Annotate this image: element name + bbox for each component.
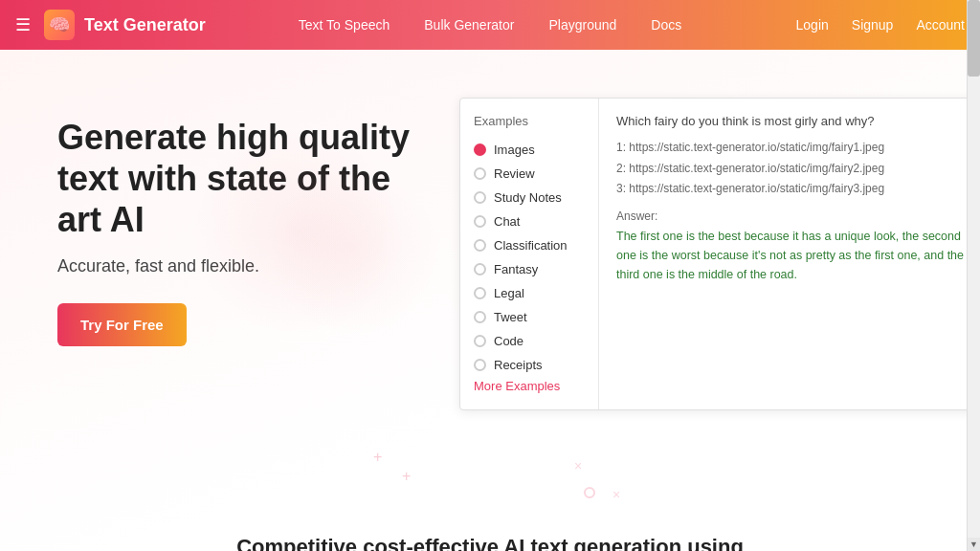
hero-content: Generate high quality text with state of… (0, 50, 980, 439)
nav-logo: 🧠 (44, 10, 75, 40)
bottom-deco: + + × × (0, 439, 980, 535)
radio-code (474, 335, 486, 347)
example-item-code[interactable]: Code (460, 329, 598, 353)
example-item-study-notes[interactable]: Study Notes (460, 186, 598, 209)
hamburger-icon[interactable]: ☰ (15, 14, 31, 35)
radio-tweet (474, 311, 486, 323)
examples-answer-label: Answer: (616, 209, 977, 223)
example-label-fantasy: Fantasy (494, 262, 538, 276)
scrollbar-thumb[interactable] (968, 0, 980, 77)
hero-section: Generate high quality text with state of… (0, 50, 980, 551)
nav-left: ☰ 🧠 Text Generator (15, 10, 226, 40)
examples-urls: 1: https://static.text-generator.io/stat… (616, 138, 977, 200)
deco-circle-sm-1 (584, 487, 595, 498)
examples-content: Which fairy do you think is most girly a… (599, 99, 980, 409)
examples-sidebar: Examples Images Review Study Notes Chat (460, 99, 599, 409)
example-label-code: Code (494, 334, 523, 348)
radio-fantasy (474, 263, 486, 276)
radio-images (474, 143, 486, 156)
example-item-chat[interactable]: Chat (460, 209, 598, 233)
nav-links: Text To Speech Bulk Generator Playground… (226, 17, 754, 33)
example-label-classification: Classification (494, 238, 568, 253)
signup-link[interactable]: Signup (852, 17, 894, 33)
nav-right: Login Signup Account (754, 17, 965, 33)
deco-plus-2: + (402, 468, 411, 485)
bulk-generator-link[interactable]: Bulk Generator (424, 17, 514, 33)
radio-classification (474, 239, 486, 252)
scrollbar[interactable]: ▼ (967, 0, 980, 551)
bottom-text-area: Competitive cost-effective AI text gener… (0, 535, 980, 551)
example-label-review: Review (494, 166, 535, 181)
examples-url-1: 1: https://static.text-generator.io/stat… (616, 138, 977, 159)
examples-answer-text: The first one is the best because it has… (616, 227, 977, 284)
radio-legal (474, 287, 486, 299)
radio-review (474, 167, 486, 180)
bottom-heading: Competitive cost-effective AI text gener… (57, 535, 923, 551)
example-label-legal: Legal (494, 286, 524, 300)
text-to-speech-link[interactable]: Text To Speech (299, 17, 390, 33)
account-link[interactable]: Account (916, 17, 965, 33)
deco-circle-2 (268, 165, 440, 337)
docs-link[interactable]: Docs (651, 17, 681, 33)
examples-label: Examples (460, 114, 598, 138)
navbar: ☰ 🧠 Text Generator Text To Speech Bulk G… (0, 0, 980, 50)
example-item-images[interactable]: Images (460, 138, 598, 162)
more-examples-link[interactable]: More Examples (460, 369, 573, 393)
examples-card: Examples Images Review Study Notes Chat (459, 98, 980, 410)
radio-study-notes (474, 191, 486, 204)
examples-url-2: 2: https://static.text-generator.io/stat… (616, 159, 977, 180)
brain-icon: 🧠 (49, 14, 70, 35)
try-for-free-button[interactable]: Try For Free (57, 303, 187, 346)
deco-x-2: × (612, 487, 620, 502)
example-label-images: Images (494, 143, 535, 157)
deco-plus-1: + (373, 449, 382, 466)
examples-url-3: 3: https://static.text-generator.io/stat… (616, 179, 977, 200)
example-item-legal[interactable]: Legal (460, 281, 598, 305)
deco-x-1: × (574, 458, 582, 474)
radio-receipts (474, 359, 486, 371)
examples-question: Which fairy do you think is most girly a… (616, 114, 977, 128)
example-item-review[interactable]: Review (460, 162, 598, 186)
radio-chat (474, 215, 486, 228)
scrollbar-arrow-down[interactable]: ▼ (968, 538, 980, 551)
playground-link[interactable]: Playground (548, 17, 616, 33)
example-label-tweet: Tweet (494, 310, 527, 324)
example-label-chat: Chat (494, 214, 520, 229)
example-item-tweet[interactable]: Tweet (460, 305, 598, 329)
example-item-fantasy[interactable]: Fantasy (460, 257, 598, 281)
example-item-classification[interactable]: Classification (460, 233, 598, 257)
nav-brand: Text Generator (84, 15, 206, 35)
example-label-study-notes: Study Notes (494, 190, 562, 205)
login-link[interactable]: Login (796, 17, 829, 33)
